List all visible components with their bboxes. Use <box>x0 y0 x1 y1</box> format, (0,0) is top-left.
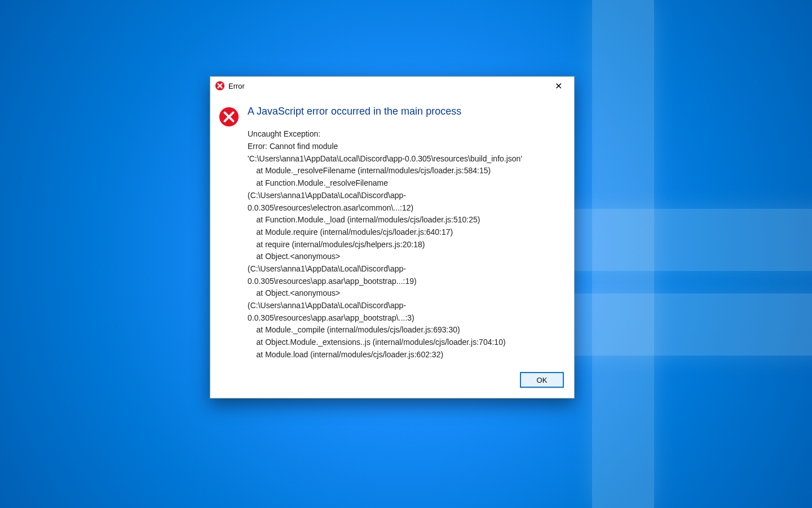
stack-trace-line: (C:\Users\anna1\AppData\Local\Discord\ap… <box>248 263 562 287</box>
stack-trace-line: Error: Cannot find module <box>248 141 562 153</box>
dialog-title: Error <box>228 82 245 90</box>
stack-trace-line: at Object.<anonymous> <box>248 287 562 300</box>
stack-trace-line: at Module._compile (internal/modules/cjs… <box>248 324 562 336</box>
stack-trace-line: at Object.Module._extensions..js (intern… <box>248 336 562 349</box>
error-icon <box>215 81 225 91</box>
dialog-footer: OK <box>210 366 574 398</box>
close-icon: ✕ <box>555 81 562 91</box>
stack-trace-line: at require (internal/modules/cjs/helpers… <box>248 239 562 251</box>
stack-trace-line: at Function.Module._load (internal/modul… <box>248 214 562 226</box>
dialog-text-column: A JavaScript error occurred in the main … <box>248 105 562 361</box>
stack-trace-line: at Module._resolveFilename (internal/mod… <box>248 165 562 177</box>
dialog-heading: A JavaScript error occurred in the main … <box>248 105 562 118</box>
stack-trace-line: Uncaught Exception: <box>248 128 562 141</box>
error-dialog: Error ✕ A JavaScript error occurred in t… <box>210 76 575 398</box>
dialog-content: A JavaScript error occurred in the main … <box>210 95 574 366</box>
dialog-body: Uncaught Exception:Error: Cannot find mo… <box>248 128 562 361</box>
titlebar[interactable]: Error ✕ <box>210 77 574 95</box>
ok-button-label: OK <box>537 376 548 384</box>
stack-trace-line: at Object.<anonymous> <box>248 251 562 263</box>
stack-trace-line: at Module.require (internal/modules/cjs/… <box>248 226 562 239</box>
stack-trace-line: at Function.Module._resolveFilename <box>248 177 562 190</box>
stack-trace-line: 'C:\Users\anna1\AppData\Local\Discord\ap… <box>248 153 562 165</box>
ok-button[interactable]: OK <box>520 372 564 388</box>
stack-trace-line: (C:\Users\anna1\AppData\Local\Discord\ap… <box>248 300 562 324</box>
error-icon <box>218 106 240 128</box>
stack-trace-line: (C:\Users\anna1\AppData\Local\Discord\ap… <box>248 190 562 214</box>
close-button[interactable]: ✕ <box>547 77 570 94</box>
stack-trace-line: at Module.load (internal/modules/cjs/loa… <box>248 349 562 361</box>
